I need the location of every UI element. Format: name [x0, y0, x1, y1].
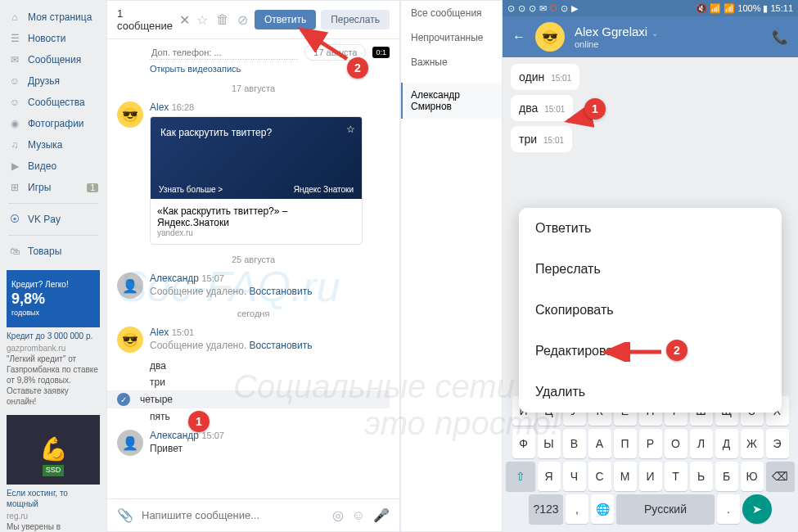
space-key[interactable]: Русский [616, 494, 715, 524]
clear-selection[interactable]: ✕ [179, 12, 190, 28]
avatar-alexander[interactable]: 👤 [117, 273, 143, 299]
key-Ь[interactable]: Ь [690, 462, 713, 491]
message-alex-1[interactable]: 😎 Alex 16:28 Как раскрутить твиттер? ☆ У… [117, 101, 390, 245]
camera-icon[interactable]: ◎ [332, 507, 344, 523]
call-icon[interactable]: 📞 [772, 29, 788, 45]
backspace-key[interactable]: ⌫ [766, 462, 796, 491]
key-Э[interactable]: Э [766, 429, 789, 458]
key-В[interactable]: В [563, 429, 586, 458]
dot-key[interactable]: . [717, 494, 740, 524]
menu-reply[interactable]: Ответить [519, 208, 782, 249]
key-А[interactable]: А [588, 429, 611, 458]
restore-link[interactable]: Восстановить [250, 340, 313, 351]
messages-list[interactable]: 17 августа 0:1 Открыть видеозапись 17 ав… [107, 39, 399, 498]
mobile-avatar[interactable]: 😎 [535, 22, 565, 52]
news-icon: ☰ [8, 32, 21, 45]
key-Т[interactable]: Т [665, 462, 688, 491]
avatar-alex[interactable]: 😎 [117, 101, 143, 128]
chevron-down-icon[interactable]: ⌄ [651, 29, 658, 38]
key-Р[interactable]: Р [639, 429, 662, 458]
back-icon[interactable]: ← [512, 29, 525, 44]
send-key[interactable]: ➤ [742, 494, 772, 524]
msg-pyat[interactable]: пять [117, 408, 390, 425]
mobile-messages[interactable]: один15:01 два15:01 три15:01 Ответить Пер… [503, 57, 798, 391]
music-icon: ♫ [8, 138, 21, 151]
comma-key[interactable]: , [566, 494, 588, 524]
restore-link[interactable]: Восстановить [250, 286, 313, 297]
shift-key[interactable]: ⇧ [506, 462, 535, 491]
symbols-key[interactable]: ?123 [529, 494, 563, 524]
globe-key[interactable]: 🌐 [591, 494, 614, 524]
key-Я[interactable]: Я [538, 462, 561, 491]
emoji-icon[interactable]: ☺ [352, 508, 365, 523]
nav-goods[interactable]: 🛍Товары [0, 241, 106, 262]
nav-music[interactable]: ♫Музыка [0, 134, 106, 156]
filter-all[interactable]: Все сообщения [401, 1, 502, 25]
msg-chetyre-selected[interactable]: ✓ четыре [107, 390, 390, 408]
msg-tri[interactable]: три [117, 374, 390, 390]
ad-block-1[interactable]: Кредит? Легко! 9,8% годовых Кредит до 3 … [7, 270, 100, 407]
marker-1-desktop: 1 [188, 411, 210, 432]
svg-line-1 [301, 29, 347, 59]
main-chat: 1 сообщение ✕ ☆ 🗑 ⊘ Ответить Переслать 1… [106, 0, 400, 532]
menu-copy[interactable]: Скопировать [519, 290, 782, 331]
selection-toolbar: 1 сообщение ✕ ☆ 🗑 ⊘ Ответить Переслать [107, 1, 399, 39]
message-alexander-1[interactable]: 👤 Александр 15:07 Сообщение удалено. Вос… [117, 273, 390, 299]
phone-input[interactable] [150, 46, 298, 60]
nav-photos[interactable]: ◉Фотографии [0, 113, 106, 134]
games-badge: 1 [87, 183, 98, 192]
key-И[interactable]: И [639, 462, 662, 491]
key-Ю[interactable]: Ю [741, 462, 764, 491]
key-Ж[interactable]: Ж [741, 429, 764, 458]
key-Д[interactable]: Д [715, 429, 738, 458]
wifi-icon: 📶 [710, 3, 721, 14]
key-Ф[interactable]: Ф [512, 429, 535, 458]
battery-text: 100% [737, 3, 760, 13]
key-Б[interactable]: Б [715, 462, 738, 491]
date-separator: 17 августа [232, 83, 275, 93]
message-input[interactable] [142, 509, 324, 521]
photo-icon: ◉ [8, 117, 21, 130]
key-О[interactable]: О [665, 429, 688, 458]
message-alex-2[interactable]: 😎 Alex 15:01 Сообщение удалено. Восстано… [117, 327, 390, 353]
nav-messages[interactable]: ✉Сообщения [0, 49, 106, 70]
link-card[interactable]: Как раскрутить твиттер? ☆ Узнать больше … [150, 116, 363, 245]
key-Л[interactable]: Л [690, 429, 713, 458]
nav-groups[interactable]: ☺Сообщества [0, 92, 106, 113]
ad-image-1: Кредит? Легко! 9,8% годовых [7, 270, 100, 327]
msg-dva[interactable]: два [117, 358, 390, 374]
check-icon: ✓ [117, 393, 130, 406]
groups-icon: ☺ [8, 96, 21, 109]
mobile-chat-header[interactable]: ← 😎 Alex Ggrelaxi ⌄ online 📞 [503, 16, 798, 57]
filter-important[interactable]: Важные [401, 50, 502, 74]
mic-icon[interactable]: 🎤 [373, 507, 390, 523]
nav-friends[interactable]: ☺Друзья [0, 70, 106, 92]
nav-my-page[interactable]: ⌂Моя страница [0, 7, 106, 28]
menu-delete[interactable]: Удалить [519, 372, 782, 413]
menu-forward[interactable]: Переслать [519, 249, 782, 290]
video-icon: ▶ [8, 160, 21, 173]
nav-video[interactable]: ▶Видео [0, 156, 106, 177]
nav-games[interactable]: ⊞Игры1 [0, 177, 106, 198]
attach-icon[interactable]: 📎 [117, 507, 133, 523]
avatar-alexander[interactable]: 👤 [117, 430, 143, 456]
filter-unread[interactable]: Непрочитанные [401, 25, 502, 50]
nav-vkpay[interactable]: ⦿VK Pay [0, 209, 106, 230]
key-С[interactable]: С [588, 462, 611, 491]
spam-icon[interactable]: ⊘ [236, 11, 250, 29]
key-П[interactable]: П [614, 429, 637, 458]
key-Ы[interactable]: Ы [538, 429, 561, 458]
key-Ч[interactable]: Ч [563, 462, 586, 491]
bubble-odin[interactable]: один15:01 [511, 64, 579, 90]
key-М[interactable]: М [614, 462, 637, 491]
marker-1-mobile: 1 [584, 98, 606, 119]
avatar-alex[interactable]: 😎 [117, 327, 143, 353]
bookmark-icon[interactable]: ☆ [346, 124, 355, 135]
nav-news[interactable]: ☰Новости [0, 28, 106, 49]
trash-icon[interactable]: 🗑 [214, 11, 231, 29]
contact-smirnov[interactable]: Александр Смирнов [401, 83, 502, 119]
star-icon[interactable]: ☆ [195, 11, 210, 29]
goods-icon: 🛍 [8, 245, 21, 258]
ad-block-2[interactable]: 💪 SSD Если хостинг, то мощный reg.ru Мы … [7, 415, 100, 532]
message-alexander-2[interactable]: 👤 Александр 15:07 Привет [117, 430, 390, 456]
